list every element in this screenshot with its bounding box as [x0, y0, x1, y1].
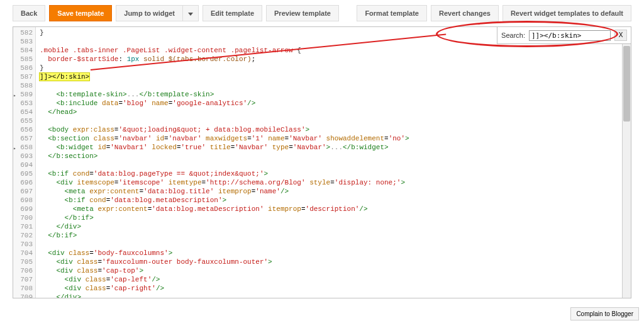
jump-to-widget-button[interactable]: Jump to widget: [116, 5, 183, 21]
editor-wrap: Search: X 582583584585586587588589▸65365…: [13, 26, 631, 298]
code-line[interactable]: </div>: [40, 222, 631, 231]
code-line[interactable]: ]]></b:skin>: [40, 72, 631, 81]
scrollbar-thumb[interactable]: [623, 46, 630, 122]
line-number: 696: [14, 178, 33, 187]
code-line[interactable]: <div class='cap-top'>: [40, 266, 631, 275]
line-number: 587: [14, 72, 33, 81]
code-editor[interactable]: 582583584585586587588589▸653654655656657…: [13, 27, 631, 298]
line-number: 657: [14, 134, 33, 143]
code-line[interactable]: </b:section>: [40, 152, 631, 161]
code-line[interactable]: </b:if>: [40, 213, 631, 222]
chevron-down-icon: [188, 13, 193, 16]
line-number: 653: [14, 99, 33, 108]
code-line[interactable]: </head>: [40, 108, 631, 116]
code-line[interactable]: <b:if cond='data:blog.metaDescription'>: [40, 196, 631, 205]
toolbar: Back Save template Jump to widget Edit t…: [0, 0, 644, 26]
code-line[interactable]: <meta expr:content='data:blog.title' ite…: [40, 187, 631, 196]
line-number: 694: [14, 161, 33, 169]
line-number: 708: [14, 284, 33, 293]
edit-template-button[interactable]: Edit template: [203, 5, 262, 21]
line-number: 699: [14, 205, 33, 213]
code-line[interactable]: [40, 116, 631, 125]
line-number: 654: [14, 108, 33, 116]
preview-template-button[interactable]: Preview template: [266, 5, 339, 21]
line-number: 704: [14, 249, 33, 258]
code-line[interactable]: <div class='body-fauxcolumns'>: [40, 249, 631, 258]
line-number: 703: [14, 240, 33, 249]
line-number: 700: [14, 213, 33, 222]
line-number: 701: [14, 222, 33, 231]
line-number: 586: [14, 64, 33, 72]
search-input[interactable]: [529, 30, 611, 41]
line-number: 707: [14, 275, 33, 284]
code-content[interactable]: }.mobile .tabs-inner .PageList .widget-c…: [36, 27, 631, 298]
vertical-scrollbar[interactable]: [622, 27, 631, 298]
code-line[interactable]: [40, 240, 631, 249]
line-number: 655: [14, 116, 33, 125]
code-line[interactable]: <div itemscope='itemscope' itemtype='htt…: [40, 178, 631, 187]
line-number: 698: [14, 196, 33, 205]
code-line[interactable]: <div class='cap-left'/>: [40, 275, 631, 284]
code-line[interactable]: </b:if>: [40, 231, 631, 240]
format-template-button[interactable]: Format template: [357, 5, 427, 21]
code-line[interactable]: <b:template-skin>...</b:template-skin>: [40, 90, 631, 99]
code-line[interactable]: <body expr:class='&quot;loading&quot; + …: [40, 125, 631, 134]
line-number: 702: [14, 231, 33, 240]
code-line[interactable]: <b:widget id='Navbar1' locked='true' tit…: [40, 143, 631, 152]
line-number: 589▸: [14, 90, 33, 99]
line-number: 709: [14, 293, 33, 298]
code-line[interactable]: [40, 81, 631, 90]
code-line[interactable]: <div class='fauxcolumn-outer body-fauxco…: [40, 258, 631, 266]
jump-to-widget-dropdown[interactable]: [183, 5, 199, 21]
line-number: 583: [14, 37, 33, 46]
code-line[interactable]: <meta expr:content='data:blog.metaDescri…: [40, 205, 631, 213]
revert-changes-button[interactable]: Revert changes: [431, 5, 499, 21]
line-number: 693: [14, 152, 33, 161]
code-line[interactable]: <b:include data='blog' name='google-anal…: [40, 99, 631, 108]
line-number: 588: [14, 81, 33, 90]
search-close-button[interactable]: X: [614, 30, 627, 41]
search-label: Search:: [501, 31, 525, 39]
line-number: 695: [14, 169, 33, 178]
line-number: 582: [14, 28, 33, 37]
code-line[interactable]: border-$startSide: 1px solid $(tabs.bord…: [40, 55, 631, 64]
line-number: 656: [14, 125, 33, 134]
line-number: 658▸: [14, 143, 33, 152]
code-line[interactable]: [40, 161, 631, 169]
jump-to-widget-group: Jump to widget: [116, 5, 199, 21]
line-number: 706: [14, 266, 33, 275]
code-line[interactable]: .mobile .tabs-inner .PageList .widget-co…: [40, 46, 631, 55]
revert-widget-templates-button[interactable]: Revert widget templates to default: [502, 5, 631, 21]
code-line[interactable]: <b:section class='navbar' id='navbar' ma…: [40, 134, 631, 143]
line-number: 705: [14, 258, 33, 266]
save-template-button[interactable]: Save template: [49, 5, 112, 21]
back-button[interactable]: Back: [13, 5, 45, 21]
line-number: 585: [14, 55, 33, 64]
code-line[interactable]: <b:if cond='data:blog.pageType == &quot;…: [40, 169, 631, 178]
line-number: 697: [14, 187, 33, 196]
code-line[interactable]: <div class='cap-right'/>: [40, 284, 631, 293]
line-number-gutter: 582583584585586587588589▸653654655656657…: [13, 27, 36, 298]
search-bar: Search: X: [497, 27, 631, 44]
line-number: 584: [14, 46, 33, 55]
code-line[interactable]: }: [40, 64, 631, 72]
code-line[interactable]: </div>: [40, 293, 631, 298]
